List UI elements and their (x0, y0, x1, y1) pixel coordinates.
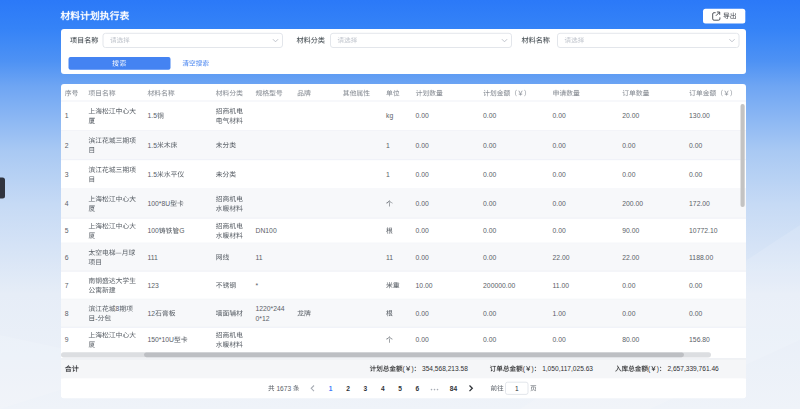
svg-text:4: 4 (65, 200, 69, 207)
svg-text:0.00: 0.00 (553, 200, 566, 207)
svg-text:5: 5 (65, 227, 69, 234)
svg-text:0.00: 0.00 (483, 112, 496, 119)
svg-text:0.00: 0.00 (622, 142, 635, 149)
svg-text:84: 84 (450, 385, 458, 392)
svg-text:0.00: 0.00 (416, 310, 429, 317)
svg-text:8: 8 (65, 310, 69, 317)
svg-text:0.00: 0.00 (622, 282, 635, 289)
svg-text:0.00: 0.00 (553, 112, 566, 119)
svg-text:6: 6 (65, 254, 69, 261)
svg-text:4: 4 (381, 385, 385, 392)
svg-text:1.5: 1.5 (148, 171, 158, 178)
svg-text:11: 11 (386, 254, 393, 261)
svg-text:2: 2 (65, 142, 69, 149)
svg-text:0.00: 0.00 (689, 282, 702, 289)
svg-text:90.00: 90.00 (622, 227, 639, 234)
svg-text:1.5: 1.5 (148, 142, 158, 149)
svg-text:3: 3 (363, 385, 367, 392)
svg-text:0.00: 0.00 (416, 142, 429, 149)
svg-text:1,050,117,025.63: 1,050,117,025.63 (542, 365, 593, 372)
svg-text:0.00: 0.00 (689, 310, 702, 317)
svg-text:): ) (657, 365, 659, 373)
svg-text:7: 7 (65, 282, 69, 289)
svg-text:0.00: 0.00 (553, 227, 566, 234)
svg-text:0.00: 0.00 (416, 336, 429, 343)
svg-text:0.00: 0.00 (622, 171, 635, 178)
svg-text:1.00: 1.00 (553, 310, 566, 317)
svg-text:0.00: 0.00 (416, 254, 429, 261)
svg-text:11.00: 11.00 (553, 282, 570, 289)
svg-text:156.80: 156.80 (689, 336, 710, 343)
svg-text:6: 6 (415, 385, 419, 392)
svg-text:5: 5 (398, 385, 402, 392)
svg-text:200000.00: 200000.00 (483, 282, 515, 289)
svg-text:DN100: DN100 (256, 227, 277, 234)
svg-text:): ) (411, 365, 413, 373)
svg-text:1: 1 (515, 385, 519, 392)
svg-text:): ) (532, 365, 534, 373)
svg-text:111: 111 (148, 254, 159, 261)
svg-text:12: 12 (148, 310, 156, 317)
svg-text:0*12: 0*12 (256, 315, 270, 322)
svg-text:0.00: 0.00 (553, 171, 566, 178)
svg-text:172.00: 172.00 (689, 200, 710, 207)
svg-text:2: 2 (346, 385, 350, 392)
svg-text:0.00: 0.00 (483, 336, 496, 343)
svg-text:0.00: 0.00 (416, 227, 429, 234)
svg-text:150*10U: 150*10U (148, 336, 175, 343)
svg-text:0.00: 0.00 (416, 171, 429, 178)
svg-text:100: 100 (148, 227, 160, 234)
svg-text:1: 1 (65, 112, 69, 119)
svg-text:200.00: 200.00 (622, 200, 643, 207)
svg-text:1220*244: 1220*244 (256, 305, 285, 312)
svg-text:-: - (95, 315, 97, 322)
svg-text:0.00: 0.00 (416, 200, 429, 207)
svg-text:354,568,213.58: 354,568,213.58 (422, 365, 468, 372)
svg-text:0.00: 0.00 (483, 200, 496, 207)
svg-text:80.00: 80.00 (622, 336, 639, 343)
svg-text:0.00: 0.00 (483, 171, 496, 178)
svg-text:0.00: 0.00 (483, 227, 496, 234)
svg-text:3: 3 (65, 171, 69, 178)
svg-text:9: 9 (65, 336, 69, 343)
svg-text:1: 1 (386, 142, 390, 149)
svg-text:1.5: 1.5 (148, 112, 158, 119)
svg-text:10.00: 10.00 (416, 282, 433, 289)
svg-text:0.00: 0.00 (553, 336, 566, 343)
svg-text:0.00: 0.00 (416, 112, 429, 119)
svg-text:2,657,339,761.46: 2,657,339,761.46 (667, 365, 719, 372)
svg-text:0.00: 0.00 (553, 142, 566, 149)
svg-text:0.00: 0.00 (483, 254, 496, 261)
svg-text:1: 1 (386, 171, 390, 178)
svg-text:22.00: 22.00 (622, 254, 639, 261)
svg-text:0.00: 0.00 (483, 310, 496, 317)
svg-text:1673: 1673 (276, 385, 291, 392)
svg-text:0.00: 0.00 (483, 142, 496, 149)
svg-text:130.00: 130.00 (689, 112, 710, 119)
svg-text:0.00: 0.00 (622, 310, 635, 317)
svg-text:8: 8 (116, 305, 120, 312)
svg-text:1: 1 (329, 385, 333, 392)
svg-text:*: * (256, 282, 259, 289)
svg-text:123: 123 (148, 282, 160, 289)
svg-text:11: 11 (256, 254, 263, 261)
svg-text:100*8U: 100*8U (148, 200, 171, 207)
svg-text:G: G (179, 227, 184, 234)
svg-text:20.00: 20.00 (622, 112, 639, 119)
svg-text:1188.00: 1188.00 (689, 254, 713, 261)
svg-text:10772.10: 10772.10 (689, 227, 718, 234)
svg-text:0.00: 0.00 (689, 142, 702, 149)
svg-text:0.00: 0.00 (689, 171, 702, 178)
svg-text:22.00: 22.00 (553, 254, 570, 261)
svg-text:kg: kg (386, 112, 393, 120)
